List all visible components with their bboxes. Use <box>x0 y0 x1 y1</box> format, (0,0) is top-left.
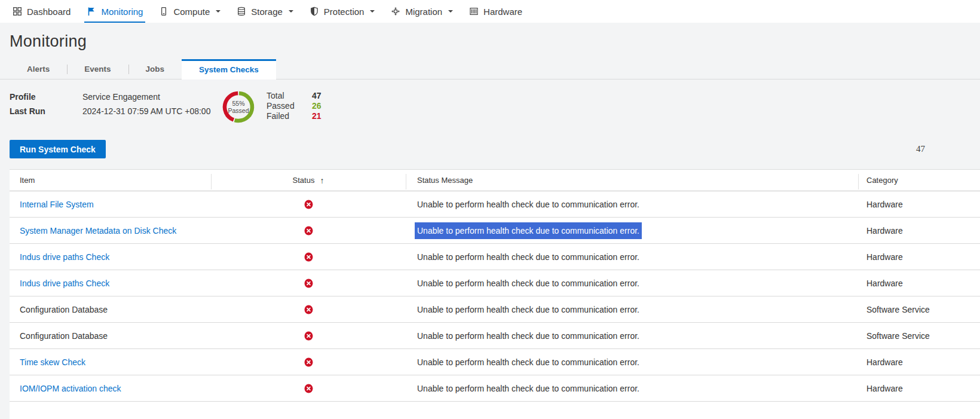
nav-label: Storage <box>251 7 283 17</box>
item-cell-text[interactable]: Indus drive paths Check <box>20 279 109 288</box>
nav-item-monitoring[interactable]: Monitoring <box>86 0 143 23</box>
status-cell <box>211 357 406 367</box>
legend-total-label: Total <box>267 91 310 101</box>
column-header-status-message[interactable]: Status Message <box>406 170 858 191</box>
nav-item-compute[interactable]: Compute <box>158 0 221 23</box>
status-message-cell: Unable to perform health check due to co… <box>406 383 858 394</box>
legend-passed-label: Passed <box>267 101 310 111</box>
item-cell-text[interactable]: IOM/IOPM activation check <box>20 384 121 393</box>
table-toolbar: Run System Check 47 <box>10 140 970 158</box>
tab-bar: Alerts Events Jobs System Checks <box>0 59 980 79</box>
status-message-text: Unable to perform health check due to co… <box>417 357 639 367</box>
nav-item-protection[interactable]: Protection <box>309 0 376 23</box>
legend-total-value: 47 <box>312 91 321 100</box>
legend-row-failed: Failed 21 <box>267 111 321 121</box>
app-window: Dashboard Monitoring Compute <box>0 0 980 419</box>
column-header-item[interactable]: Item <box>10 170 211 191</box>
status-message-text: Unable to perform health check due to co… <box>417 384 639 393</box>
status-failed-icon <box>304 331 313 341</box>
nav-label: Compute <box>173 7 210 17</box>
item-cell: Time skew Check <box>10 357 211 367</box>
profile-value: Service Engagement <box>82 90 222 104</box>
last-run-value: 2024-12-31 07:59 AM UTC +08:00 <box>82 104 222 118</box>
tab-alerts[interactable]: Alerts <box>10 59 67 79</box>
item-cell: Configuration Database <box>10 305 211 314</box>
item-cell: Configuration Database <box>10 331 211 341</box>
category-cell-text: Software Service <box>866 305 930 314</box>
status-cell <box>211 279 406 288</box>
column-header-status[interactable]: Status ↑ <box>211 170 406 191</box>
status-message-cell: Unable to perform health check due to co… <box>406 225 858 237</box>
status-message-text: Unable to perform health check due to co… <box>417 279 639 288</box>
status-cell <box>211 305 406 314</box>
summary-values: Service Engagement 2024-12-31 07:59 AM U… <box>82 90 222 118</box>
tab-events[interactable]: Events <box>67 59 128 79</box>
item-cell-text: Configuration Database <box>20 331 108 341</box>
table-row[interactable]: Configuration Database Unable to perform… <box>10 296 980 323</box>
item-cell-text[interactable]: System Manager Metadata on Disk Check <box>20 226 176 236</box>
status-message-cell: Unable to perform health check due to co… <box>406 356 858 368</box>
profile-label: Profile <box>10 90 82 104</box>
table-row[interactable]: Time skew Check Unable to perform health… <box>10 349 980 375</box>
category-cell: Hardware <box>858 226 980 236</box>
status-message-cell: Unable to perform health check due to co… <box>406 330 858 342</box>
summary-labels: Profile Last Run <box>10 90 82 118</box>
run-system-check-button[interactable]: Run System Check <box>10 140 106 158</box>
dashboard-icon <box>13 7 22 16</box>
hardware-chassis-icon <box>469 7 479 16</box>
item-cell-text[interactable]: Internal File System <box>20 200 94 209</box>
system-check-summary: Profile Last Run Service Engagement 2024… <box>10 90 970 124</box>
top-navigation: Dashboard Monitoring Compute <box>0 0 980 23</box>
nav-label: Migration <box>405 7 442 17</box>
status-message-cell: Unable to perform health check due to co… <box>406 304 858 316</box>
category-cell-text: Hardware <box>866 357 903 367</box>
category-cell-text: Hardware <box>866 252 903 262</box>
table-row[interactable]: Indus drive paths Check Unable to perfor… <box>10 270 980 296</box>
table-body: Internal File System Unable to perform h… <box>10 191 980 402</box>
page-content: Monitoring Alerts Events Jobs System Che… <box>0 23 980 419</box>
category-cell: Software Service <box>858 305 980 314</box>
status-failed-icon <box>304 384 313 393</box>
category-cell-text: Hardware <box>866 226 903 236</box>
status-message-text: Unable to perform health check due to co… <box>415 222 642 239</box>
category-cell: Hardware <box>858 357 980 367</box>
status-failed-icon <box>304 252 313 262</box>
nav-item-dashboard[interactable]: Dashboard <box>12 0 71 23</box>
legend-passed-value: 26 <box>312 101 321 111</box>
status-message-text: Unable to perform health check due to co… <box>417 331 639 341</box>
chevron-down-icon <box>216 10 220 13</box>
legend-row-total: Total 47 <box>267 91 321 101</box>
item-cell-text[interactable]: Time skew Check <box>20 357 85 367</box>
page-title: Monitoring <box>0 23 980 51</box>
status-failed-icon <box>304 279 313 288</box>
item-cell: Indus drive paths Check <box>10 252 211 262</box>
tab-jobs[interactable]: Jobs <box>128 59 182 79</box>
nav-item-migration[interactable]: Migration <box>390 0 454 23</box>
table-row[interactable]: IOM/IOPM activation check Unable to perf… <box>10 375 980 402</box>
chevron-down-icon <box>289 10 293 13</box>
category-cell-text: Hardware <box>866 279 903 288</box>
sort-ascending-icon: ↑ <box>320 176 324 185</box>
item-cell: IOM/IOPM activation check <box>10 384 211 393</box>
storage-disks-icon <box>237 7 246 16</box>
status-cell <box>211 252 406 262</box>
status-cell <box>211 384 406 393</box>
table-row[interactable]: System Manager Metadata on Disk Check Un… <box>10 218 980 244</box>
item-cell-text[interactable]: Indus drive paths Check <box>20 252 109 262</box>
nav-item-storage[interactable]: Storage <box>236 0 294 23</box>
status-failed-icon <box>304 305 313 314</box>
legend-failed-label: Failed <box>267 111 310 121</box>
category-cell: Hardware <box>858 200 980 209</box>
category-cell: Software Service <box>858 331 980 341</box>
category-cell: Hardware <box>858 384 980 393</box>
table-row[interactable]: Indus drive paths Check Unable to perfor… <box>10 244 980 270</box>
table-row[interactable]: Configuration Database Unable to perform… <box>10 323 980 349</box>
column-header-category[interactable]: Category <box>858 170 980 191</box>
category-cell: Hardware <box>858 279 980 288</box>
passed-percentage-donut-chart: 55% Passed <box>222 91 255 123</box>
nav-item-hardware[interactable]: Hardware <box>468 0 523 23</box>
status-failed-icon <box>304 226 313 236</box>
tab-system-checks[interactable]: System Checks <box>182 59 276 79</box>
table-row[interactable]: Internal File System Unable to perform h… <box>10 191 980 218</box>
chevron-down-icon <box>370 10 375 13</box>
